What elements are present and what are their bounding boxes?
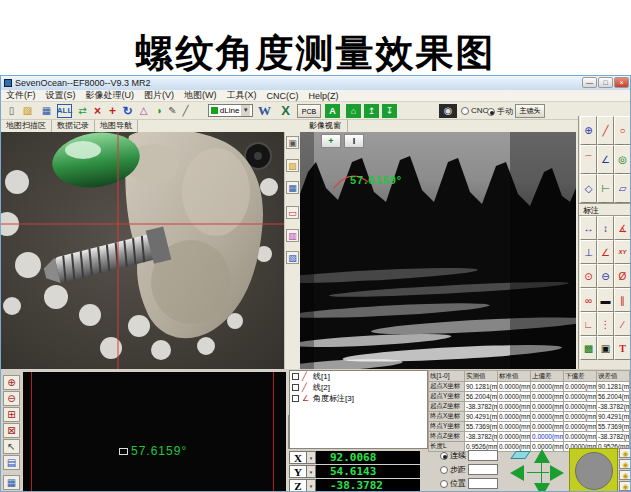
tree-item-line2[interactable]: ╱ 线[2] <box>290 382 427 393</box>
light-preset-icon[interactable]: ◉ <box>619 448 631 458</box>
axis-origin-icon[interactable]: ⊢ <box>597 174 614 203</box>
crosshair-button[interactable]: + <box>321 134 341 148</box>
new-file-icon[interactable]: ▯ <box>4 104 19 118</box>
close-icon[interactable]: × <box>614 77 629 88</box>
step-radio-dot[interactable] <box>440 466 448 474</box>
menu-file[interactable]: 文件(F) <box>6 89 36 102</box>
green-tool-1-icon[interactable]: ⌂ <box>346 104 361 118</box>
stage-plane-icon[interactable] <box>510 451 531 459</box>
menu-picture[interactable]: 图片(V) <box>144 89 174 102</box>
roi-box-icon[interactable]: ▭ <box>286 206 299 219</box>
chevron-down-icon[interactable]: ▼ <box>241 105 250 116</box>
jog-pad-button[interactable] <box>569 448 618 492</box>
green-tool-2-icon[interactable]: ↥ <box>364 104 379 118</box>
light-preset-icon[interactable]: ◉ <box>619 481 631 491</box>
diameter-icon[interactable]: Ø <box>614 264 631 288</box>
manual-radio[interactable]: 手动 <box>487 106 513 117</box>
circle-tool-icon[interactable]: ○ <box>614 116 631 145</box>
z-axis-spinner[interactable]: ▾ <box>307 479 316 492</box>
continuous-radio[interactable]: 连续 <box>440 450 498 461</box>
z-axis-button[interactable]: Z <box>289 479 307 492</box>
menu-map[interactable]: 地图(W) <box>184 89 217 102</box>
zoom-fit-icon[interactable]: ⊠ <box>3 423 20 438</box>
zoom-window-icon[interactable]: ⊞ <box>3 407 20 422</box>
y-axis-spinner[interactable]: ▾ <box>307 465 316 478</box>
circle-center-icon[interactable]: ⊙ <box>580 264 597 288</box>
tree-item-line1[interactable]: ╱ 线[1] <box>290 371 427 382</box>
tab-annotation[interactable]: 标注 <box>579 203 631 216</box>
tab-data-record[interactable]: 数据记录 <box>52 120 95 132</box>
parallelogram-icon[interactable]: ▱ <box>614 174 631 203</box>
dline-dropdown[interactable]: dLine ▼ <box>208 104 253 117</box>
y-axis-button[interactable]: Y <box>289 465 307 478</box>
grid-blue-icon[interactable]: ▧ <box>286 251 299 264</box>
slope-line-icon[interactable]: ∕ <box>614 312 631 336</box>
zoom-in-icon[interactable]: ⊕ <box>3 375 20 390</box>
menu-image-processing[interactable]: 影像处理(U) <box>86 89 135 102</box>
angle-measure-icon[interactable]: ∠ <box>597 240 614 264</box>
matrix-dimension-icon[interactable]: ▩ <box>580 336 597 360</box>
step-radio[interactable]: 步距 <box>440 464 498 475</box>
text-annotation-icon[interactable]: T <box>614 336 631 360</box>
camera-icon[interactable]: ◉ <box>439 104 457 118</box>
transfer-icon[interactable]: ⇄ <box>75 104 90 118</box>
height-measure-icon[interactable]: ↕ <box>597 216 614 240</box>
point-chain-icon[interactable]: ⋮ <box>597 312 614 336</box>
save-image-icon[interactable]: ▦ <box>286 181 299 194</box>
triangle-tool-icon[interactable]: △ <box>136 104 151 118</box>
position-input[interactable] <box>468 478 498 489</box>
save-icon[interactable]: ▦ <box>39 104 54 118</box>
open-folder-icon[interactable]: ▨ <box>20 104 35 118</box>
save-result-icon[interactable]: ▦ <box>3 475 20 490</box>
jog-left-arrow[interactable] <box>510 465 524 481</box>
select-arrow-icon[interactable]: ↖ <box>3 439 20 454</box>
a-tool-icon[interactable]: A <box>325 104 340 118</box>
image-view-icon[interactable]: ▤ <box>3 455 20 470</box>
maximize-icon[interactable]: □ <box>598 77 613 88</box>
menu-settings[interactable]: 设置(S) <box>46 89 76 102</box>
main-lens-button[interactable]: 主镜头 <box>515 104 545 118</box>
width-measure-icon[interactable]: ↔ <box>580 216 597 240</box>
perpendicular-icon[interactable]: ⊥ <box>580 240 597 264</box>
word-export-icon[interactable]: W <box>257 104 272 118</box>
tree-item-angle[interactable]: ∠ 角度标注[3] <box>290 393 427 404</box>
minimize-icon[interactable]: — <box>582 77 597 88</box>
rectangle-measure-icon[interactable]: ▬ <box>597 288 614 312</box>
angle-tool-icon[interactable]: ∠ <box>597 145 614 174</box>
continuous-input[interactable] <box>468 450 498 461</box>
copy-image-icon[interactable]: ▣ <box>286 136 299 149</box>
thread-camera-view[interactable]: 57.6159° <box>300 132 576 369</box>
menu-help[interactable]: Help(Z) <box>309 91 339 101</box>
zoom-out-icon[interactable]: ⊖ <box>3 391 20 406</box>
line-angle-icon[interactable]: ∡ <box>614 216 631 240</box>
circle-width-icon[interactable]: ⊖ <box>597 264 614 288</box>
tab-image-window[interactable]: 影像视窗 <box>303 120 348 132</box>
target-circle-icon[interactable]: ⊕ <box>580 116 597 145</box>
open-image-icon[interactable]: ▨ <box>286 159 299 172</box>
double-circle-icon[interactable]: ∞ <box>580 288 597 312</box>
tree-checkbox-2[interactable] <box>292 384 299 391</box>
tree-checkbox-3[interactable] <box>292 395 299 402</box>
diamond-points-icon[interactable]: ◇ <box>580 174 597 203</box>
tree-checkbox-1[interactable] <box>292 373 299 380</box>
menu-tools[interactable]: 工具(X) <box>227 89 257 102</box>
arc-tool-icon[interactable]: ⌒ <box>580 145 597 174</box>
menu-cnc[interactable]: CNC(C) <box>267 91 299 101</box>
blob-detect-icon[interactable]: ◑ <box>151 104 166 118</box>
light-preset-icon[interactable]: ◉ <box>619 470 631 480</box>
parallel-lines-icon[interactable]: ∥ <box>614 288 631 312</box>
map-camera-view[interactable] <box>1 132 284 369</box>
cnc-radio-dot[interactable] <box>461 107 469 115</box>
light-preset-icon[interactable]: ◉ <box>619 459 631 469</box>
step-input[interactable] <box>468 464 498 475</box>
region-capture-icon[interactable]: ▣ <box>597 336 614 360</box>
concentric-circles-icon[interactable]: ◎ <box>614 145 631 174</box>
continuous-radio-dot[interactable] <box>440 452 448 460</box>
green-tool-3-icon[interactable]: ↧ <box>382 104 397 118</box>
position-radio-dot[interactable] <box>440 480 448 488</box>
ibeam-button[interactable]: I <box>344 134 364 148</box>
window-titlebar[interactable]: SevenOcean--EF8000--V9.3 MR2 <box>1 76 630 90</box>
cnc-radio[interactable]: CNC <box>461 106 488 115</box>
jog-down-arrow[interactable] <box>534 483 550 492</box>
position-radio[interactable]: 位置 <box>440 478 498 489</box>
